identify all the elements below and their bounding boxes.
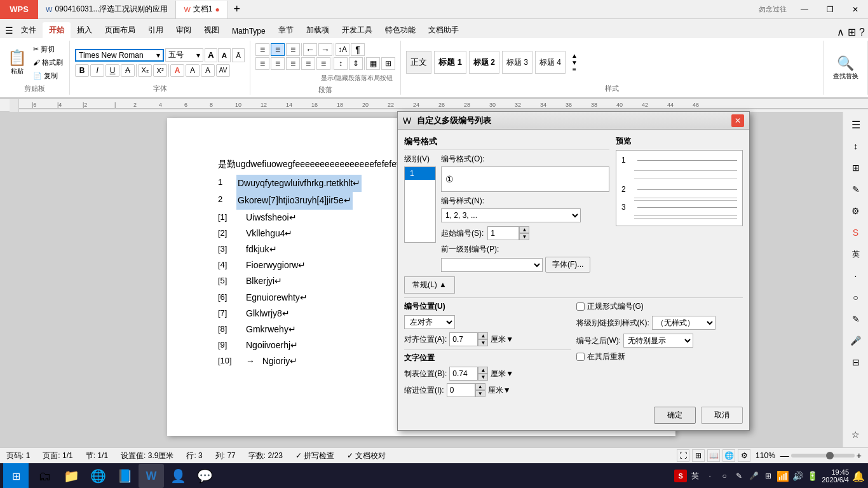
bullet-list-btn[interactable]: ≡ xyxy=(255,43,269,56)
sidebar-icon-8[interactable]: · xyxy=(844,266,867,285)
minimize-btn[interactable]: — xyxy=(792,0,817,19)
taskbar-app-4[interactable]: 📘 xyxy=(112,464,137,488)
tray-icon-s[interactable]: S xyxy=(674,470,687,482)
maximize-btn[interactable]: ❐ xyxy=(817,0,843,19)
tray-volume[interactable]: 🔊 xyxy=(791,470,804,482)
indent-increase-btn[interactable]: → xyxy=(318,43,332,56)
tab-features[interactable]: 特色功能 xyxy=(379,22,422,38)
multilevel-list-btn[interactable]: ≡ xyxy=(286,43,300,56)
indent-decrease-btn[interactable]: ← xyxy=(303,43,317,56)
web-mode-btn[interactable]: 🌐 xyxy=(722,449,735,462)
tab-addins[interactable]: 加载项 xyxy=(300,22,336,38)
distributed-btn[interactable]: ≡ xyxy=(316,57,330,70)
align-right-btn[interactable]: ≡ xyxy=(286,57,300,70)
align-justify-btn[interactable]: ≡ xyxy=(301,57,315,70)
paragraph-spacing-btn[interactable]: ⇕ xyxy=(349,57,363,70)
sidebar-icon-4[interactable]: ✎ xyxy=(844,180,867,199)
tray-icon-mic[interactable]: 🎤 xyxy=(747,470,760,482)
new-tab-btn[interactable]: + xyxy=(228,1,246,18)
taskbar-app-5[interactable]: W xyxy=(139,464,164,488)
cut-btn[interactable]: ✂ 剪切 xyxy=(32,43,64,55)
tray-notification[interactable]: 🔔 xyxy=(852,470,865,482)
close-btn[interactable]: ✕ xyxy=(843,0,868,19)
sidebar-icon-10[interactable]: ✎ xyxy=(844,309,867,329)
tab-doc1[interactable]: W 090416031...浮选工况识别的应用 xyxy=(38,1,176,18)
tab-home[interactable]: 开始 xyxy=(43,22,71,38)
font-shade-btn[interactable]: A xyxy=(201,64,215,77)
highlight-btn[interactable]: A xyxy=(186,64,200,77)
view-mode-btn[interactable]: ⊞ xyxy=(692,449,705,462)
tray-icon-lang[interactable]: 英 xyxy=(689,470,702,482)
doc-area[interactable]: 是勤ugdwefiuowegfeeeeeeeeeeeeeeeefefefef 1… xyxy=(0,112,843,447)
tray-icon-grid[interactable]: ⊞ xyxy=(762,470,775,482)
numbered-list-btn[interactable]: ≡ xyxy=(271,43,285,56)
sidebar-icon-5[interactable]: ⚙ xyxy=(844,201,867,220)
sidebar-icon-1[interactable]: ☰ xyxy=(844,115,867,134)
taskbar-app-6[interactable]: 👤 xyxy=(165,464,191,488)
tray-battery[interactable]: 🔋 xyxy=(806,470,818,482)
ribbon-expand[interactable]: ⊞ xyxy=(848,26,856,38)
sidebar-icon-3[interactable]: ⊞ xyxy=(844,158,867,177)
underline-btn[interactable]: U xyxy=(105,64,119,77)
superscript-btn[interactable]: X² xyxy=(153,64,167,77)
tab-layout[interactable]: 页面布局 xyxy=(98,22,142,38)
font-name-selector[interactable]: Times New Roman ▾ xyxy=(75,49,164,62)
font-grow-btn[interactable]: A xyxy=(205,48,217,62)
style-h1[interactable]: 标题 1 xyxy=(434,51,466,74)
taskbar-app-2[interactable]: 📁 xyxy=(58,464,84,488)
sort-btn[interactable]: ↕A xyxy=(336,43,349,56)
style-h2[interactable]: 标题 2 xyxy=(469,51,499,74)
taskbar-app-7[interactable]: 💬 xyxy=(192,464,217,488)
sidebar-icon-12[interactable]: ⊟ xyxy=(844,353,867,372)
zoom-plus-btn[interactable]: + xyxy=(857,451,862,461)
font-size-selector[interactable]: 五号 ▾ xyxy=(165,48,203,62)
fullscreen-btn[interactable]: ⛶ xyxy=(677,449,689,462)
ribbon-help[interactable]: ? xyxy=(859,27,865,38)
sidebar-icon-7[interactable]: 英 xyxy=(844,245,867,264)
tab-view[interactable]: 视图 xyxy=(198,22,226,38)
sidebar-icon-9[interactable]: ○ xyxy=(844,288,867,307)
zoom-thumb[interactable] xyxy=(826,452,834,459)
char-spacing-btn[interactable]: AV xyxy=(216,64,230,77)
ribbon-collapse[interactable]: ∧ xyxy=(837,26,844,38)
zoom-minus-btn[interactable]: — xyxy=(780,451,789,461)
font-shrink-btn[interactable]: A xyxy=(218,48,231,62)
font-color-btn[interactable]: A xyxy=(170,64,184,77)
borders-btn[interactable]: ⊞ xyxy=(381,57,395,70)
show-marks-btn[interactable]: ¶ xyxy=(351,43,365,56)
paste-btn[interactable]: 📋 粘贴 xyxy=(5,48,29,77)
zoom-settings-btn[interactable]: ⚙ xyxy=(738,449,750,462)
sidebar-icon-11[interactable]: 🎤 xyxy=(844,331,867,350)
tab-devtools[interactable]: 开发工具 xyxy=(336,22,379,38)
tab-references[interactable]: 引用 xyxy=(142,22,170,38)
find-replace-btn[interactable]: 🔍 查找替换 xyxy=(829,42,862,93)
subscript-btn[interactable]: X₂ xyxy=(138,64,152,77)
tray-icon-pen[interactable]: ✎ xyxy=(733,470,745,482)
sidebar-icon-6[interactable]: S xyxy=(844,223,867,242)
tab-dochelper[interactable]: 文档助手 xyxy=(422,22,465,38)
tray-icon-circle[interactable]: ○ xyxy=(718,470,731,482)
shading-btn[interactable]: ▦ xyxy=(366,57,380,70)
tab-file[interactable]: 文件 xyxy=(15,22,43,38)
sidebar-icon-bottom[interactable]: ☆ xyxy=(844,425,867,444)
style-h3[interactable]: 标题 3 xyxy=(502,51,532,74)
tab-insert[interactable]: 插入 xyxy=(71,22,98,38)
status-filecheck[interactable]: ✓ 文档校对 xyxy=(347,451,386,461)
format-painter-btn[interactable]: 🖌 格式刷 xyxy=(32,57,64,69)
align-center-btn[interactable]: ≡ xyxy=(271,57,285,70)
tab-doc2[interactable]: W 文档1 ● xyxy=(176,1,227,18)
zoom-track[interactable] xyxy=(791,454,855,458)
status-spell[interactable]: ✓ 拼写检查 xyxy=(295,451,334,461)
show-hide-para-btn[interactable]: 显示/隐藏段落落布局按钮 xyxy=(318,72,395,84)
ruler-corner[interactable] xyxy=(10,99,19,112)
copy-btn[interactable]: 📄 复制 xyxy=(32,70,64,82)
tab-chapter[interactable]: 章节 xyxy=(272,22,300,38)
style-h4[interactable]: 标题 4 xyxy=(535,51,566,74)
sidebar-icon-2[interactable]: ↕ xyxy=(844,137,867,156)
taskbar-app-1[interactable]: 🗂 xyxy=(32,464,57,488)
tab-mathtype[interactable]: MathType xyxy=(226,24,272,38)
styles-scroll[interactable]: ▲ ▼ ≡ xyxy=(568,52,581,73)
style-normal[interactable]: 正文 xyxy=(406,51,431,74)
zoom-slider[interactable]: — + xyxy=(780,451,862,461)
tray-network[interactable]: 📶 xyxy=(776,470,789,482)
